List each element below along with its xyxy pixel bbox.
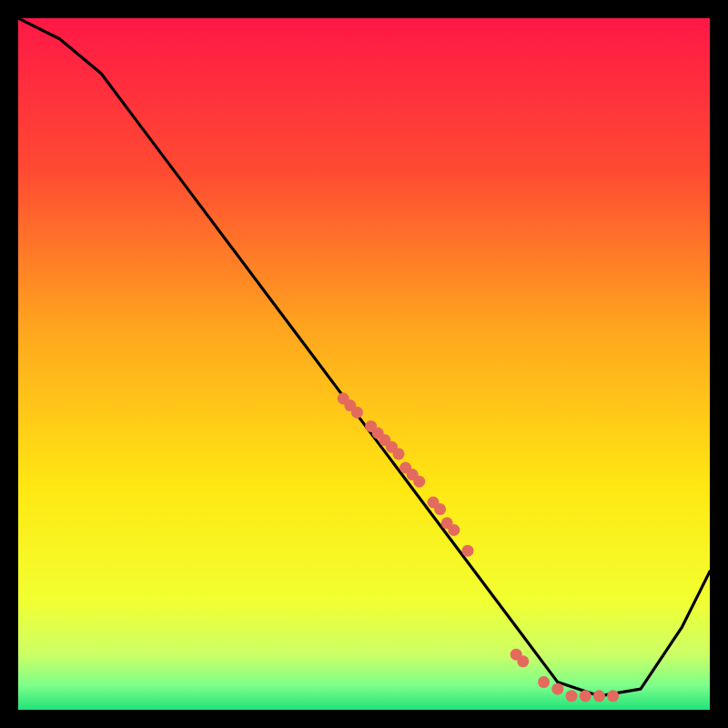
marker-dot <box>448 524 460 536</box>
chart-frame: TheBottleneck.com <box>18 18 710 710</box>
marker-dot <box>462 545 474 557</box>
marker-dot <box>434 503 446 515</box>
bottleneck-chart <box>18 18 710 710</box>
marker-dot <box>593 690 605 702</box>
marker-dot <box>566 690 578 702</box>
marker-dot <box>517 655 529 667</box>
marker-dot <box>607 690 619 702</box>
marker-dot <box>393 448 405 460</box>
marker-dot <box>413 476 425 488</box>
gradient-background <box>18 18 710 710</box>
marker-dot <box>538 676 550 688</box>
marker-dot <box>551 683 563 695</box>
marker-dot <box>351 407 363 419</box>
marker-dot <box>580 690 592 702</box>
